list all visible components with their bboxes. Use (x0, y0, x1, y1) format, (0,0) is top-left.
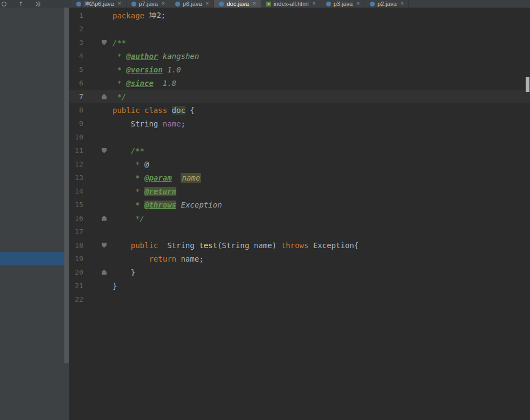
line-number[interactable]: 11 (69, 146, 83, 155)
line-number[interactable]: 12 (69, 160, 83, 168)
code-line-4[interactable]: 4 * @author kangshen (69, 49, 530, 63)
line-number[interactable]: 16 (69, 214, 83, 222)
gutter-fold-column (83, 144, 110, 157)
tab-index-all.html[interactable]: index-all.html× (261, 0, 321, 8)
code-line-14[interactable]: 14 * @return (69, 184, 530, 198)
fold-end-icon[interactable] (102, 270, 107, 275)
line-number[interactable]: 17 (69, 228, 83, 236)
tab-close-icon[interactable]: × (162, 0, 165, 8)
fold-end-icon[interactable] (102, 94, 107, 99)
code-line-8[interactable]: 8public class doc { (69, 103, 530, 117)
line-number[interactable]: 20 (69, 268, 83, 276)
fold-start-icon[interactable] (102, 243, 107, 248)
code-line-21[interactable]: 21} (69, 279, 530, 292)
code-line-22[interactable]: 22 (69, 292, 530, 306)
gutter-fold-column (83, 171, 110, 184)
scrollbar-marker[interactable] (526, 77, 529, 92)
line-number[interactable]: 18 (69, 241, 83, 249)
fold-end-icon[interactable] (102, 216, 107, 221)
tab-label: p3.java (334, 0, 353, 8)
tab-p3.java[interactable]: p3.java× (321, 0, 365, 8)
line-number[interactable]: 10 (69, 133, 83, 141)
code-line-19[interactable]: 19 return name; (69, 252, 530, 265)
tab-label: p7.java (139, 0, 158, 8)
line-number[interactable]: 7 (69, 92, 83, 101)
code-line-11[interactable]: 11 /** (69, 144, 530, 157)
record-icon[interactable] (2, 2, 6, 6)
line-number[interactable]: 9 (69, 119, 83, 128)
code-line-20[interactable]: 20 } (69, 265, 530, 279)
java-file-icon (219, 2, 224, 6)
tab-close-icon[interactable]: × (253, 0, 256, 8)
line-number[interactable]: 8 (69, 106, 83, 114)
code-line-6[interactable]: 6 * @since 1.8 (69, 76, 530, 90)
tab-strip: 坤2\p6.java×p7.java×p6.java×doc.java×inde… (71, 0, 530, 8)
code-text: * @since 1.8 (110, 76, 176, 90)
line-number[interactable]: 22 (69, 295, 83, 303)
code-text (110, 292, 112, 306)
code-line-13[interactable]: 13 * @param name (69, 171, 530, 184)
tab-label: p2.java (377, 0, 396, 8)
code-text: * @param name (110, 171, 201, 184)
tab-label: p6.java (183, 0, 202, 8)
gear-icon[interactable] (35, 1, 41, 7)
code-text (110, 225, 112, 238)
code-line-9[interactable]: 9 String name; (69, 117, 530, 130)
gutter-fold-column (83, 252, 110, 265)
code-line-10[interactable]: 10 (69, 130, 530, 144)
code-line-3[interactable]: 3/** (69, 36, 530, 49)
code-text: */ (110, 211, 144, 225)
code-line-5[interactable]: 5 * @version 1.0 (69, 63, 530, 76)
code-line-16[interactable]: 16 */ (69, 211, 530, 225)
gutter-fold-column (83, 103, 110, 117)
gutter-fold-column (83, 238, 110, 252)
tab-close-icon[interactable]: × (206, 0, 209, 8)
gutter-fold-column (83, 90, 110, 103)
gutter-fold-column (83, 49, 110, 63)
code-line-12[interactable]: 12 * @ (69, 157, 530, 171)
code-line-17[interactable]: 17 (69, 225, 530, 238)
code-line-1[interactable]: 1package 坤2; (69, 9, 530, 22)
code-editor[interactable]: 1package 坤2;23/**4 * @author kangshen5 *… (69, 8, 530, 420)
project-selected-row[interactable] (0, 252, 64, 265)
code-line-15[interactable]: 15 * @throws Exception (69, 198, 530, 211)
fold-start-icon[interactable] (102, 148, 107, 154)
code-text: package 坤2; (110, 9, 165, 22)
code-text: * @author kangshen (110, 49, 199, 63)
line-number[interactable]: 13 (69, 174, 83, 182)
line-number[interactable]: 14 (69, 187, 83, 195)
code-line-7[interactable]: 7 */ (69, 90, 530, 103)
tab-close-icon[interactable]: × (400, 0, 403, 8)
line-number[interactable]: 15 (69, 201, 83, 209)
line-number[interactable]: 6 (69, 79, 83, 87)
line-number[interactable]: 3 (69, 38, 83, 46)
project-panel[interactable] (0, 8, 69, 420)
gutter-fold-column (83, 130, 110, 144)
line-number[interactable]: 4 (69, 52, 83, 60)
up-arrow-icon[interactable]: ↑ (18, 1, 23, 7)
tab-close-icon[interactable]: × (356, 0, 360, 8)
java-file-icon (131, 2, 136, 6)
code-text: } (110, 279, 117, 292)
tab-close-icon[interactable]: × (118, 0, 121, 8)
line-number[interactable]: 5 (69, 65, 83, 74)
tab-close-icon[interactable]: × (313, 0, 316, 8)
line-number[interactable]: 21 (69, 282, 83, 290)
tab-doc.java[interactable]: doc.java× (214, 0, 261, 8)
java-file-icon (370, 2, 375, 6)
code-line-18[interactable]: 18 public String test(String name) throw… (69, 238, 530, 252)
line-number[interactable]: 19 (69, 255, 83, 263)
tab-label: doc.java (227, 0, 249, 8)
line-number[interactable]: 1 (69, 11, 83, 19)
tab-p6.java[interactable]: p6.java× (170, 0, 214, 8)
tab-坤2\p6.java[interactable]: 坤2\p6.java× (71, 0, 127, 8)
code-text: * @version 1.0 (110, 63, 181, 76)
code-text: } (110, 265, 135, 279)
code-line-2[interactable]: 2 (69, 22, 530, 36)
tab-p7.java[interactable]: p7.java× (127, 0, 170, 8)
panel-scrollbar[interactable] (64, 8, 69, 363)
line-number[interactable]: 2 (69, 25, 83, 33)
tab-p2.java[interactable]: p2.java× (365, 0, 409, 8)
code-text: /** (110, 144, 144, 157)
fold-start-icon[interactable] (102, 40, 107, 45)
